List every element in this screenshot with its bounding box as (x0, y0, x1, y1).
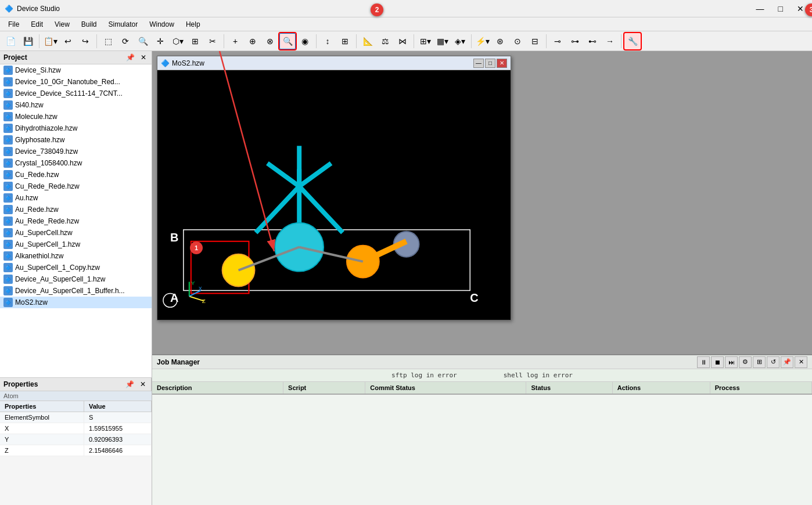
menu-simulator[interactable]: Simulator (103, 19, 144, 30)
menu-help[interactable]: Help (180, 19, 206, 30)
project-item[interactable]: 🔷Device_Au_SuperCell_1.hzw (0, 273, 152, 285)
project-item[interactable]: 🔷Glyphosate.hzw (0, 134, 152, 146)
new-from-template-button[interactable]: 📋▾ (42, 33, 59, 49)
menu-window[interactable]: Window (143, 19, 180, 30)
project-item[interactable]: 🔷Crystal_1058400.hzw (0, 157, 152, 169)
project-item[interactable]: 🔷Au_SuperCell.hzw (0, 227, 152, 239)
project-item-label: Crystal_1058400.hzw (15, 159, 82, 167)
select-button[interactable]: ⬚ (100, 33, 116, 49)
project-item[interactable]: 🔷Device_Au_SuperCell_1_Buffer.h... (0, 285, 152, 297)
properties-title: Properties (3, 380, 38, 388)
mol-minimize-button[interactable]: — (473, 59, 484, 68)
bonds-button[interactable]: ⊛ (492, 33, 508, 49)
menu-view[interactable]: View (49, 19, 76, 30)
project-item[interactable]: 🔷Device_738049.hzw (0, 146, 152, 157)
path-button[interactable]: ⊷ (584, 33, 601, 49)
project-item-label: Au_SuperCell_1_Copy.hzw (15, 264, 100, 272)
translate-button[interactable]: ✛ (152, 33, 168, 49)
move-button[interactable]: ↕ (319, 33, 336, 49)
ruler-button[interactable]: ⊸ (549, 33, 566, 49)
project-item-label: Device_Si.hzw (15, 66, 61, 74)
project-item[interactable]: 🔷Device_10_0Gr_Nanotube_Red... (0, 76, 152, 88)
job-tool-3[interactable]: ⏭ (725, 356, 738, 368)
job-close[interactable]: ✕ (795, 356, 807, 368)
measure-button[interactable]: 📐 (360, 33, 376, 49)
add-bond-button[interactable]: ⊕ (245, 33, 261, 49)
mol-close-button[interactable]: ✕ (497, 59, 507, 68)
fragment-button[interactable]: ⊗ (262, 33, 278, 49)
annotation-2: 2 (371, 3, 383, 16)
prop-name: Y (0, 434, 84, 445)
project-item-label: Device_Device_Sc111-14_7CNT... (15, 89, 123, 98)
redo-button[interactable]: ↪ (77, 33, 94, 49)
mol-viewport[interactable]: B A C Y Z X 1 (157, 70, 511, 320)
project-item-label: Device_Au_SuperCell_1.hzw (15, 275, 105, 283)
zoom-in-button[interactable]: 🔍 (279, 33, 296, 49)
project-item[interactable]: 🔷Cu_Rede_Rede.hzw (0, 181, 152, 192)
new-file-button[interactable]: 📄 (2, 33, 19, 49)
project-list[interactable]: 🔷Device_Si.hzw🔷Device_10_0Gr_Nanotube_Re… (0, 64, 152, 377)
symmetry-button[interactable]: ⋈ (394, 33, 411, 49)
job-pin[interactable]: 📌 (781, 356, 793, 368)
svg-text:C: C (470, 291, 478, 304)
surface-button[interactable]: ⬡▾ (170, 33, 186, 49)
project-item[interactable]: 🔷Dihydrothiazole.hzw (0, 122, 152, 134)
project-item[interactable]: 🔷Au_SuperCell_1.hzw (0, 239, 152, 250)
properties-close-button[interactable]: ✕ (138, 380, 148, 389)
project-item[interactable]: 🔷Alkanethiol.hzw (0, 250, 152, 262)
undo-button[interactable]: ↩ (60, 33, 76, 49)
crop-button[interactable]: ⊞ (187, 33, 203, 49)
col-script: Script (283, 382, 365, 394)
properties-pin-button[interactable]: 📌 (124, 380, 136, 389)
project-item[interactable]: 🔷Device_Si.hzw (0, 64, 152, 76)
script-button[interactable]: 🔧 (624, 33, 641, 49)
menu-file[interactable]: File (2, 19, 25, 30)
add-atom-button[interactable]: + (227, 33, 243, 49)
job-refresh[interactable]: ↺ (767, 356, 779, 368)
arrow-button[interactable]: → (602, 33, 618, 49)
periodic-button[interactable]: ⊞ (337, 33, 353, 49)
project-item[interactable]: 🔷Molecule.hzw (0, 111, 152, 122)
project-pin-button[interactable]: 📌 (124, 53, 136, 62)
atoms-button[interactable]: ⊙ (509, 33, 526, 49)
display-button[interactable]: ▦▾ (434, 33, 451, 49)
rotate-button[interactable]: ⟳ (117, 33, 134, 49)
project-item[interactable]: 🔷MoS2.hzw (0, 297, 152, 308)
lattice-button[interactable]: ⊟ (527, 33, 543, 49)
energy-button[interactable]: ⚡▾ (475, 33, 491, 49)
connection-button[interactable]: ⊶ (567, 33, 583, 49)
align-button[interactable]: ⚖ (377, 33, 393, 49)
maximize-button[interactable]: □ (775, 3, 786, 15)
project-item-icon: 🔷 (3, 112, 13, 121)
project-item[interactable]: 🔷Au_Rede.hzw (0, 204, 152, 215)
project-item[interactable]: 🔷Cu_Rede.hzw (0, 169, 152, 181)
job-expand[interactable]: ⊞ (753, 356, 766, 368)
job-table-container[interactable]: Description Script Commit Status Status … (152, 382, 812, 491)
project-item-label: Au_Rede_Rede.hzw (15, 217, 79, 225)
project-item[interactable]: 🔷Au_Rede_Rede.hzw (0, 215, 152, 227)
sep6 (414, 34, 414, 48)
menu-build[interactable]: Build (76, 19, 103, 30)
project-item[interactable]: 🔷Device_Device_Sc111-14_7CNT... (0, 88, 152, 99)
grid-button[interactable]: ⊞▾ (417, 33, 433, 49)
project-close-button[interactable]: ✕ (139, 53, 148, 62)
project-item[interactable]: 🔷Au_SuperCell_1_Copy.hzw (0, 262, 152, 273)
project-item[interactable]: 🔷Au.hzw (0, 192, 152, 204)
mol-maximize-button[interactable]: □ (485, 59, 495, 68)
save-button[interactable]: 💾 (20, 33, 36, 49)
cut-button[interactable]: ✂ (204, 33, 221, 49)
project-item-icon: 🔷 (3, 193, 13, 203)
prop-value: 1.59515955 (84, 423, 151, 434)
project-item-label: Au_SuperCell_1.hzw (15, 240, 80, 248)
render-button[interactable]: ◈▾ (452, 33, 468, 49)
job-tool-1[interactable]: ⏸ (697, 356, 710, 368)
minimize-button[interactable]: — (753, 3, 768, 15)
tool-button[interactable]: ◉ (297, 33, 313, 49)
menu-edit[interactable]: Edit (25, 19, 49, 30)
project-item[interactable]: 🔷Si40.hzw (0, 99, 152, 111)
job-settings[interactable]: ⚙ (739, 356, 752, 368)
zoom-out-button[interactable]: 🔍 (135, 33, 151, 49)
job-tool-2[interactable]: ⏹ (711, 356, 724, 368)
project-item-label: Alkanethiol.hzw (15, 252, 63, 260)
col-commit-status: Commit Status (365, 382, 526, 394)
